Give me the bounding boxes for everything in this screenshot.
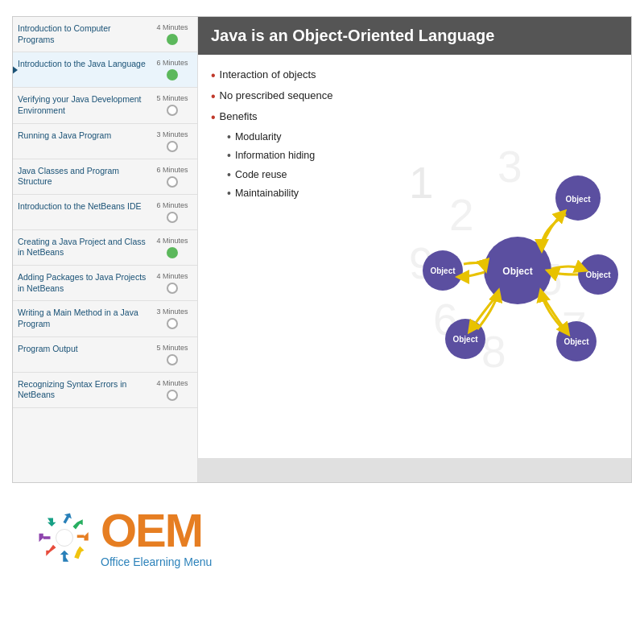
slide-bottom-bar — [198, 458, 631, 482]
course-outline-sidebar[interactable]: Introduction to Computer Programs4 Minut… — [13, 17, 198, 482]
bullet-info-hiding: Information hiding — [227, 147, 393, 164]
sidebar-item-meta: 5 Minutes — [152, 94, 192, 116]
status-circle — [167, 318, 178, 329]
sidebar-item-5[interactable]: Java Classes and Program Structure6 Minu… — [13, 159, 197, 195]
sidebar-item-duration: 3 Minutes — [156, 308, 188, 316]
sidebar-item-title: Introduction to Computer Programs — [18, 23, 149, 45]
sidebar-item-duration: 5 Minutes — [156, 344, 188, 352]
status-circle — [167, 105, 178, 116]
status-circle — [167, 390, 178, 401]
sidebar-item-title: Introduction to the Java Language — [18, 59, 149, 70]
sidebar-item-meta: 6 Minutes — [152, 201, 192, 223]
svg-point-23 — [56, 530, 73, 547]
bullet-interaction: Interaction of objects — [211, 66, 393, 85]
status-circle — [167, 247, 178, 258]
main-container: Introduction to Computer Programs4 Minut… — [0, 0, 644, 644]
oem-logo: OEM Office Elearning Menu — [36, 507, 212, 568]
sidebar-item-title: Introduction to the NetBeans IDE — [18, 201, 149, 213]
status-circle — [167, 354, 178, 365]
sidebar-item-meta: 4 Minutes — [152, 379, 192, 401]
bullet-sequence: No prescribed sequence — [211, 87, 393, 106]
oem-subtitle: Office Elearning Menu — [101, 555, 212, 568]
sidebar-item-meta: 3 Minutes — [152, 130, 192, 152]
sidebar-item-title: Recognizing Syntax Errors in NetBeans — [18, 379, 149, 401]
svg-text:1: 1 — [409, 158, 434, 208]
svg-text:Object: Object — [564, 337, 589, 346]
status-circle — [167, 69, 178, 80]
sidebar-item-meta: 6 Minutes — [152, 166, 192, 188]
sidebar-item-title: Program Output — [18, 344, 149, 355]
sidebar-item-6[interactable]: Introduction to the NetBeans IDE6 Minute… — [13, 195, 197, 230]
sidebar-item-title: Verifying your Java Development Environm… — [18, 94, 149, 116]
sidebar-item-duration: 4 Minutes — [156, 379, 188, 387]
sidebar-item-title: Java Classes and Program Structure — [18, 166, 149, 188]
status-circle — [167, 34, 178, 45]
sidebar-item-duration: 4 Minutes — [156, 23, 188, 31]
sidebar-item-meta: 4 Minutes — [152, 272, 192, 294]
status-circle — [167, 176, 178, 188]
sidebar-item-meta: 4 Minutes — [152, 23, 192, 45]
sidebar-item-duration: 3 Minutes — [156, 130, 188, 138]
bullet-code-reuse: Code reuse — [227, 167, 393, 184]
sidebar-item-meta: 6 Minutes — [152, 59, 192, 80]
svg-text:Object: Object — [565, 195, 591, 204]
sidebar-item-8[interactable]: Adding Packages to Java Projects in NetB… — [13, 266, 197, 301]
slide-body: Interaction of objects No prescribed seq… — [198, 55, 631, 454]
svg-text:Object: Object — [452, 335, 478, 344]
slide-content: Java is an Object-Oriented Language Inte… — [198, 17, 631, 458]
status-circle — [167, 212, 178, 223]
svg-text:3: 3 — [497, 142, 522, 192]
sidebar-item-title: Running a Java Program — [18, 130, 149, 142]
sidebar-item-duration: 4 Minutes — [156, 272, 188, 280]
course-player: Introduction to Computer Programs4 Minut… — [12, 16, 632, 483]
svg-text:Object: Object — [502, 266, 532, 277]
sidebar-item-11[interactable]: Recognizing Syntax Errors in NetBeans4 M… — [13, 373, 197, 408]
sidebar-item-duration: 6 Minutes — [156, 59, 188, 67]
object-diagram: 1 2 3 4 5 6 7 8 9 Object — [401, 66, 618, 443]
svg-text:Object: Object — [430, 266, 456, 275]
slide-title: Java is an Object-Oriented Language — [198, 17, 631, 55]
oem-title: OEM — [101, 507, 212, 554]
svg-text:Object: Object — [585, 270, 611, 279]
sidebar-item-title: Creating a Java Project and Class in Net… — [18, 237, 149, 258]
sidebar-item-duration: 6 Minutes — [156, 166, 188, 174]
bullet-modularity: Modularity — [227, 129, 393, 146]
sidebar-item-2[interactable]: Introduction to the Java Language6 Minut… — [13, 52, 197, 88]
sidebar-item-duration: 6 Minutes — [156, 201, 188, 209]
sidebar-item-title: Adding Packages to Java Projects in NetB… — [18, 272, 149, 294]
sidebar-item-meta: 4 Minutes — [152, 237, 192, 258]
bullet-benefits: Benefits — [211, 108, 393, 127]
slide-text: Interaction of objects No prescribed seq… — [211, 66, 393, 443]
svg-text:2: 2 — [449, 190, 474, 240]
status-circle — [167, 141, 178, 152]
sidebar-item-duration: 5 Minutes — [156, 94, 188, 102]
svg-text:8: 8 — [481, 327, 506, 377]
sidebar-item-9[interactable]: Writing a Main Method in a Java Program3… — [13, 301, 197, 336]
sidebar-item-10[interactable]: Program Output5 Minutes — [13, 337, 197, 373]
current-indicator — [13, 65, 18, 75]
sidebar-item-meta: 5 Minutes — [152, 344, 192, 365]
logo-text-area: OEM Office Elearning Menu — [101, 507, 212, 568]
sidebar-item-meta: 3 Minutes — [152, 308, 192, 329]
sidebar-item-3[interactable]: Verifying your Java Development Environm… — [13, 88, 197, 123]
sidebar-item-4[interactable]: Running a Java Program3 Minutes — [13, 124, 197, 159]
sidebar-item-duration: 4 Minutes — [156, 237, 188, 245]
oem-logo-icon — [36, 510, 93, 566]
sidebar-item-title: Writing a Main Method in a Java Program — [18, 308, 149, 329]
sidebar-item-7[interactable]: Creating a Java Project and Class in Net… — [13, 230, 197, 266]
status-circle — [167, 283, 178, 294]
branding-area: OEM Office Elearning Menu — [12, 491, 632, 584]
slide-area: Java is an Object-Oriented Language Inte… — [198, 17, 631, 482]
bullet-maintainability: Maintainability — [227, 185, 393, 202]
sidebar-item-1[interactable]: Introduction to Computer Programs4 Minut… — [13, 17, 197, 52]
